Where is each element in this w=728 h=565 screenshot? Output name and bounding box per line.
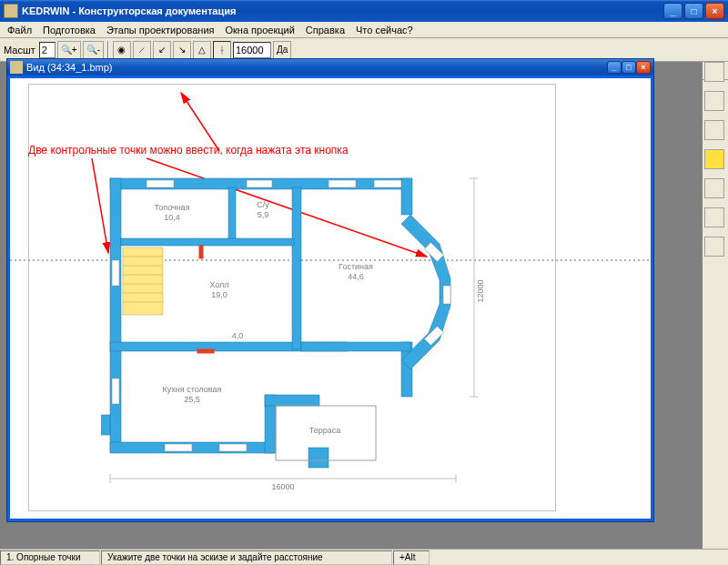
svg-rect-12: [121, 238, 294, 246]
rtool-7[interactable]: [704, 237, 724, 257]
window-title: KEDRWIN - Конструкторская документация: [22, 5, 663, 16]
tool-angle1-button[interactable]: ↙: [153, 41, 171, 59]
status-seg1: 1. Опорные точки: [0, 550, 100, 565]
room4-area: 44,6: [348, 272, 364, 281]
menu-help[interactable]: Справка: [300, 24, 350, 36]
room2-area: 5,9: [258, 210, 269, 219]
svg-rect-24: [112, 378, 119, 404]
menu-bar: Файл Подготовка Этапы проектирования Окн…: [0, 22, 728, 38]
menu-prep[interactable]: Подготовка: [37, 24, 101, 36]
title-bar: KEDRWIN - Конструкторская документация _…: [0, 0, 728, 22]
tool-line-button[interactable]: ⟋: [133, 41, 151, 59]
child-close-button[interactable]: ×: [636, 61, 651, 74]
svg-rect-21: [329, 180, 356, 187]
floor-plan: Топочная 10,4 С/у 5,9 Холл 19,0 Гостиная…: [101, 160, 501, 506]
annotation-text: Две контрольные точки можно ввести, когд…: [28, 144, 349, 156]
svg-rect-15: [301, 342, 410, 351]
svg-rect-11: [228, 187, 236, 242]
rtool-5[interactable]: [704, 178, 724, 198]
child-window: Вид (34:34_1.bmp) _ □ × Две контрольные …: [6, 58, 654, 522]
rtool-4[interactable]: [704, 149, 724, 169]
room7-name: Терраса: [309, 426, 341, 435]
dim-width: 16000: [271, 482, 294, 491]
close-button[interactable]: ×: [705, 3, 724, 19]
child-icon: [10, 61, 23, 74]
zoom-in-button[interactable]: 🔍+: [57, 41, 81, 59]
svg-rect-26: [219, 444, 247, 451]
svg-rect-22: [374, 180, 401, 187]
child-minimize-button[interactable]: _: [607, 61, 622, 74]
svg-rect-8: [265, 395, 319, 406]
svg-rect-5: [110, 178, 121, 451]
svg-rect-25: [165, 444, 192, 451]
room5-name: Кухня столовая: [163, 385, 222, 394]
tool-angle2-button[interactable]: ↘: [173, 41, 191, 59]
svg-rect-19: [147, 180, 174, 187]
menu-file[interactable]: Файл: [2, 24, 37, 36]
rtool-6[interactable]: [704, 207, 724, 227]
status-seg2: Укажите две точки на эскизе и задайте ра…: [101, 550, 392, 565]
child-title: Вид (34:34_1.bmp): [26, 62, 607, 73]
svg-rect-37: [197, 349, 214, 353]
rtool-2[interactable]: [704, 91, 724, 111]
status-seg3: +Alt: [393, 550, 430, 565]
svg-rect-10: [292, 187, 301, 349]
rtool-1[interactable]: [704, 62, 724, 82]
zoom-out-button[interactable]: 🔍-: [83, 41, 104, 59]
svg-rect-13: [401, 178, 412, 215]
menu-proj[interactable]: Окна проекций: [220, 24, 300, 36]
svg-rect-38: [199, 246, 203, 258]
dim-height: 12000: [476, 279, 485, 302]
room6-area: 4,0: [232, 331, 244, 340]
svg-rect-30: [123, 247, 163, 315]
room2-name: С/у: [257, 200, 269, 209]
child-title-bar: Вид (34:34_1.bmp) _ □ ×: [7, 59, 653, 76]
minimize-button[interactable]: _: [663, 3, 682, 19]
tool-measure-button[interactable]: △: [193, 41, 211, 59]
scale-label: Масшт: [2, 45, 37, 55]
room3-name: Холл: [209, 280, 228, 289]
room1-name: Топочная: [154, 203, 189, 212]
rtool-3[interactable]: [704, 120, 724, 140]
tool-twopoint-button[interactable]: ⟊: [213, 41, 231, 59]
svg-rect-20: [247, 180, 272, 187]
svg-rect-28: [443, 286, 450, 304]
maximize-button[interactable]: □: [684, 3, 703, 19]
distance-input[interactable]: [233, 42, 271, 58]
room3-area: 19,0: [211, 290, 228, 299]
right-toolbar: [704, 62, 724, 257]
room1-area: 10,4: [164, 213, 180, 222]
tool-point-button[interactable]: ◉: [113, 41, 131, 59]
app-icon: [4, 4, 18, 18]
svg-rect-23: [112, 260, 119, 286]
child-body[interactable]: Две контрольные точки можно ввести, когд…: [7, 76, 653, 521]
status-bar: 1. Опорные точки Укажите две точки на эс…: [0, 549, 728, 565]
scale-input[interactable]: [39, 42, 56, 58]
ok-button[interactable]: Да: [273, 41, 291, 59]
menu-stages[interactable]: Этапы проектирования: [101, 24, 220, 36]
room5-area: 25,5: [184, 395, 200, 404]
room4-name: Гостиная: [339, 262, 373, 271]
child-maximize-button[interactable]: □: [622, 61, 636, 74]
menu-whatnow[interactable]: Что сейчас?: [350, 24, 419, 36]
svg-rect-17: [101, 415, 110, 435]
svg-rect-18: [308, 448, 329, 468]
